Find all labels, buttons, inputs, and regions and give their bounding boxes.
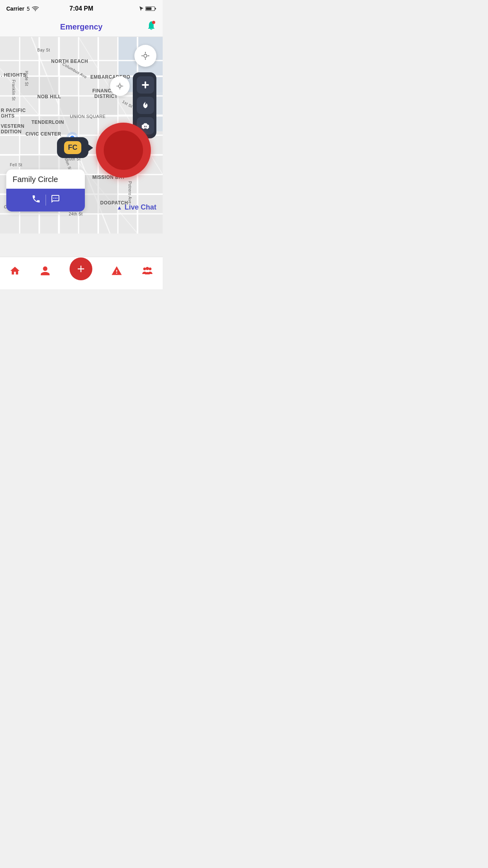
- notification-bell-icon[interactable]: [146, 20, 156, 34]
- tab-alerts[interactable]: [111, 265, 122, 276]
- fire-emergency-button[interactable]: [137, 97, 154, 114]
- carrier-label: Carrier: [6, 6, 24, 12]
- battery-icon: [145, 6, 156, 11]
- sos-emergency-button[interactable]: [96, 123, 151, 178]
- svg-point-42: [119, 85, 121, 88]
- family-circle-card-title: Family Circle: [13, 175, 79, 184]
- location-icon: [139, 6, 144, 11]
- family-message-button[interactable]: [51, 194, 60, 206]
- family-circle-map-marker[interactable]: FC: [57, 137, 88, 158]
- status-time: 7:04 PM: [70, 5, 93, 12]
- svg-rect-31: [40, 116, 78, 135]
- sos-button-inner: [104, 131, 143, 170]
- svg-point-58: [146, 267, 149, 270]
- nav-bar: Emergency: [0, 17, 163, 37]
- svg-point-52: [143, 128, 145, 129]
- tab-home[interactable]: [9, 265, 20, 276]
- page-title: Emergency: [60, 22, 103, 31]
- svg-point-57: [149, 268, 151, 270]
- tab-bar: [0, 257, 163, 289]
- svg-rect-29: [59, 96, 78, 115]
- status-left: Carrier 𝟻: [6, 6, 39, 12]
- my-location-button[interactable]: [134, 45, 156, 67]
- action-divider: [46, 195, 46, 206]
- svg-point-56: [143, 268, 146, 270]
- svg-rect-55: [146, 126, 147, 127]
- family-circle-card: Family Circle: [6, 169, 85, 211]
- wifi-icon: 𝟻: [26, 6, 30, 12]
- tab-family[interactable]: [141, 265, 153, 276]
- secondary-location-button[interactable]: [110, 76, 130, 96]
- live-chat-button[interactable]: ▲ Live Chat: [117, 203, 156, 211]
- svg-rect-28: [40, 77, 59, 96]
- tab-profile[interactable]: [40, 265, 51, 276]
- fc-badge-label: FC: [64, 141, 81, 154]
- tab-add-emergency[interactable]: [70, 257, 92, 280]
- svg-rect-3: [146, 7, 152, 10]
- live-chat-label: Live Chat: [125, 203, 156, 211]
- svg-rect-2: [155, 8, 156, 9]
- svg-rect-32: [99, 96, 117, 115]
- svg-point-53: [147, 128, 148, 129]
- status-right: [139, 6, 156, 11]
- svg-point-37: [144, 54, 147, 57]
- map-area[interactable]: NORTH BEACH EMBARCADERO FINANCIALDISTRIC…: [0, 37, 163, 234]
- medical-emergency-button[interactable]: [137, 76, 154, 94]
- svg-point-4: [152, 21, 155, 24]
- status-bar: Carrier 𝟻 7:04 PM: [0, 0, 163, 17]
- family-call-button[interactable]: [31, 194, 41, 206]
- svg-rect-30: [20, 116, 39, 135]
- svg-rect-48: [142, 84, 149, 86]
- live-chat-arrow-icon: ▲: [117, 204, 122, 211]
- family-card-actions: [6, 189, 85, 211]
- svg-rect-27: [20, 77, 39, 96]
- svg-rect-51: [144, 123, 147, 125]
- wifi-signal-icon: [32, 6, 39, 11]
- svg-point-0: [35, 10, 36, 11]
- svg-rect-54: [144, 126, 145, 127]
